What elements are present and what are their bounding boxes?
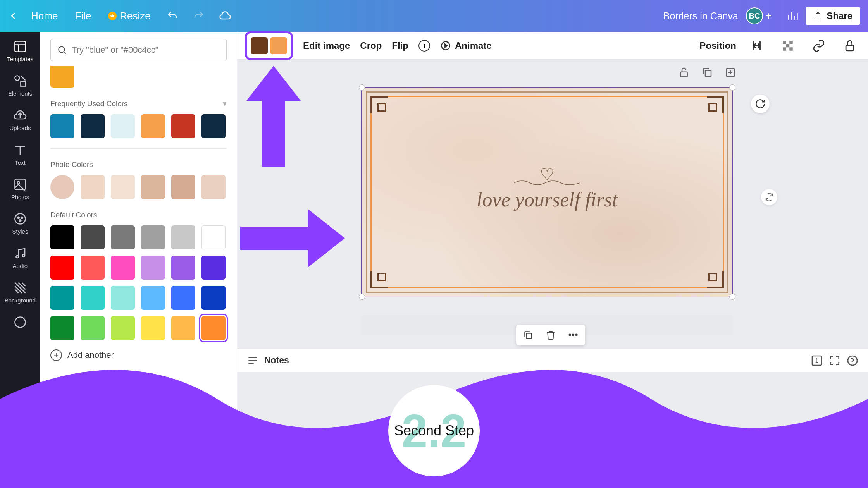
color-swatch[interactable] (111, 256, 135, 280)
element-color-chips[interactable] (245, 31, 293, 60)
home-menu[interactable]: Home (22, 10, 66, 22)
color-search[interactable] (50, 39, 227, 61)
default-colors-row (50, 225, 227, 340)
color-swatch[interactable] (171, 114, 195, 138)
spacing-icon[interactable] (750, 39, 763, 52)
color-swatch[interactable] (202, 256, 226, 280)
svg-rect-15 (789, 41, 793, 44)
rail-photos-label: Photos (11, 194, 29, 200)
color-swatch[interactable] (202, 114, 226, 138)
color-swatch[interactable] (171, 286, 195, 310)
color-swatch[interactable] (202, 286, 226, 310)
color-swatch[interactable] (81, 286, 105, 310)
lock-icon[interactable] (843, 39, 856, 52)
freq-colors-row (50, 114, 227, 138)
color-swatch[interactable] (141, 286, 165, 310)
color-swatch[interactable] (202, 316, 226, 340)
color-swatch[interactable] (171, 316, 195, 340)
color-swatch[interactable] (50, 316, 74, 340)
insights-icon[interactable] (785, 8, 800, 24)
info-icon[interactable]: i (418, 40, 430, 52)
color-swatch[interactable] (111, 175, 135, 199)
color-swatch[interactable] (50, 175, 74, 199)
more-button[interactable]: ••• (567, 328, 580, 342)
selection-handle[interactable] (359, 84, 365, 91)
color-swatch[interactable] (50, 114, 74, 138)
animate-button[interactable]: Animate (440, 40, 492, 51)
undo-button[interactable] (165, 8, 180, 24)
svg-rect-3 (15, 179, 25, 190)
crop-button[interactable]: Crop (360, 40, 382, 51)
color-swatch[interactable] (171, 225, 195, 249)
color-swatch[interactable] (141, 175, 165, 199)
color-swatch[interactable] (81, 225, 105, 249)
color-swatch[interactable] (171, 175, 195, 199)
add-user-button[interactable]: + (765, 10, 772, 22)
add-page-icon[interactable] (725, 67, 736, 78)
current-color-swatch[interactable] (50, 66, 74, 88)
rail-styles[interactable]: Styles (12, 212, 28, 235)
duplicate-button[interactable] (522, 328, 535, 342)
duplicate-page-icon[interactable] (701, 67, 713, 78)
color-swatch[interactable] (111, 114, 135, 138)
color-swatch[interactable] (141, 256, 165, 280)
color-swatch[interactable] (141, 225, 165, 249)
color-swatch[interactable] (111, 286, 135, 310)
color-swatch[interactable] (111, 225, 135, 249)
color-swatch[interactable] (141, 114, 165, 138)
selection-handle[interactable] (729, 294, 735, 300)
color-swatch[interactable] (171, 256, 195, 280)
rail-audio[interactable]: Audio (13, 246, 28, 269)
user-avatar[interactable]: BC (746, 7, 763, 24)
transparency-icon[interactable] (781, 39, 794, 52)
position-button[interactable]: Position (699, 40, 736, 51)
color-search-input[interactable] (72, 45, 220, 55)
canvas-text[interactable]: love yourself first (477, 188, 618, 211)
svg-rect-0 (15, 41, 26, 52)
color-swatch[interactable] (50, 256, 74, 280)
rail-more[interactable] (13, 315, 27, 329)
link-icon[interactable] (812, 39, 825, 52)
resize-menu[interactable]: Resize (100, 10, 159, 22)
color-swatch[interactable] (81, 256, 105, 280)
color-swatch[interactable] (81, 316, 105, 340)
refresh-button[interactable] (751, 95, 770, 113)
flip-button[interactable]: Flip (392, 40, 408, 51)
color-swatch[interactable] (141, 316, 165, 340)
context-toolbar: Edit image Crop Flip i Animate Position (237, 32, 868, 60)
file-menu[interactable]: File (66, 10, 100, 22)
edit-image-button[interactable]: Edit image (303, 40, 350, 51)
share-button[interactable]: Share (806, 7, 860, 25)
color-swatch[interactable] (81, 114, 105, 138)
color-swatch[interactable] (50, 225, 74, 249)
cloud-sync-icon[interactable] (217, 8, 233, 24)
color-swatch[interactable] (50, 286, 74, 310)
animate-icon (440, 40, 451, 51)
rail-elements[interactable]: Elements (8, 74, 33, 97)
element-floating-toolbar: ••• (516, 325, 585, 345)
chevron-left-icon[interactable] (8, 10, 19, 21)
selection-handle[interactable] (729, 84, 735, 91)
color-swatch[interactable] (111, 316, 135, 340)
design-canvas[interactable]: ♡ love yourself first (361, 87, 733, 297)
color-swatch[interactable] (81, 175, 105, 199)
rail-text[interactable]: Text (13, 143, 27, 166)
document-title[interactable]: Borders in Canva (663, 10, 738, 22)
rail-templates[interactable]: Templates (7, 40, 33, 62)
delete-button[interactable] (544, 328, 557, 342)
color-chip-2[interactable] (270, 37, 287, 54)
selection-handle[interactable] (359, 294, 365, 300)
rail-photos[interactable]: Photos (11, 177, 29, 200)
corner-box (708, 103, 717, 112)
rail-background[interactable]: Background (5, 281, 36, 304)
rail-uploads[interactable]: Uploads (9, 108, 31, 131)
svg-rect-19 (846, 45, 854, 50)
redo-button[interactable] (191, 8, 207, 24)
svg-rect-18 (789, 47, 793, 51)
color-swatch[interactable] (202, 175, 226, 199)
share-label: Share (827, 10, 852, 21)
color-chip-1[interactable] (251, 37, 268, 54)
sync-button[interactable] (761, 189, 777, 205)
unlock-page-icon[interactable] (678, 67, 690, 78)
color-swatch[interactable] (202, 225, 226, 249)
